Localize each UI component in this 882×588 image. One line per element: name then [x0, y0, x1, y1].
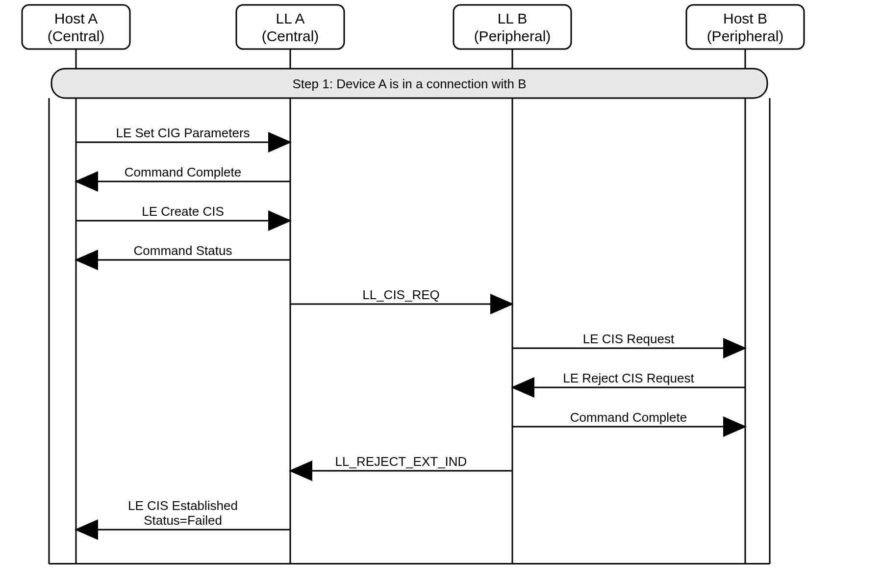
msg-label: LE Create CIS	[142, 204, 224, 219]
msg-label: LE Reject CIS Request	[563, 371, 694, 385]
step-label: Step 1: Device A is in a connection with…	[293, 77, 527, 91]
msg-command-status: Command Status	[76, 243, 290, 260]
msg-le-create-cis: LE Create CIS	[76, 204, 290, 221]
msg-label: LE Set CIG Parameters	[116, 126, 250, 140]
lifeline-label: Host B	[723, 10, 767, 26]
lifeline-sublabel: (Peripheral)	[707, 28, 784, 44]
msg-le-cis-established: LE CIS Established Status=Failed	[76, 498, 290, 530]
msg-command-complete-1: Command Complete	[76, 165, 290, 181]
lifeline-sublabel: (Central)	[48, 28, 105, 44]
msg-label: LE CIS Established	[128, 498, 238, 513]
msg-label: Command Complete	[125, 165, 241, 179]
sequence-diagram: Host A (Central) LL A (Central) LL B (Pe…	[0, 0, 882, 588]
lifeline-label: LL A	[276, 10, 305, 26]
msg-label: LE CIS Request	[583, 332, 675, 346]
lifeline-sublabel: (Central)	[262, 28, 319, 44]
lifeline-label: LL B	[498, 10, 528, 26]
lifeline-label: Host A	[54, 10, 98, 26]
msg-le-cis-request: LE CIS Request	[512, 332, 745, 348]
diagram-frame	[49, 563, 770, 564]
step-note: Step 1: Device A is in a connection with…	[51, 69, 767, 98]
msg-sublabel: Status=Failed	[144, 513, 222, 528]
msg-label: Command Complete	[570, 410, 687, 425]
msg-ll-reject-ext-ind: LL_REJECT_EXT_IND	[290, 454, 512, 471]
msg-ll-cis-req: LL_CIS_REQ	[290, 287, 512, 304]
msg-le-reject-cis-request: LE Reject CIS Request	[512, 371, 745, 387]
lifeline-sublabel: (Peripheral)	[474, 28, 551, 44]
msg-le-set-cig-parameters: LE Set CIG Parameters	[76, 126, 290, 142]
msg-label: LL_CIS_REQ	[362, 287, 440, 302]
msg-label: LL_REJECT_EXT_IND	[335, 454, 467, 469]
msg-label: Command Status	[134, 243, 232, 258]
msg-command-complete-2: Command Complete	[512, 410, 745, 427]
